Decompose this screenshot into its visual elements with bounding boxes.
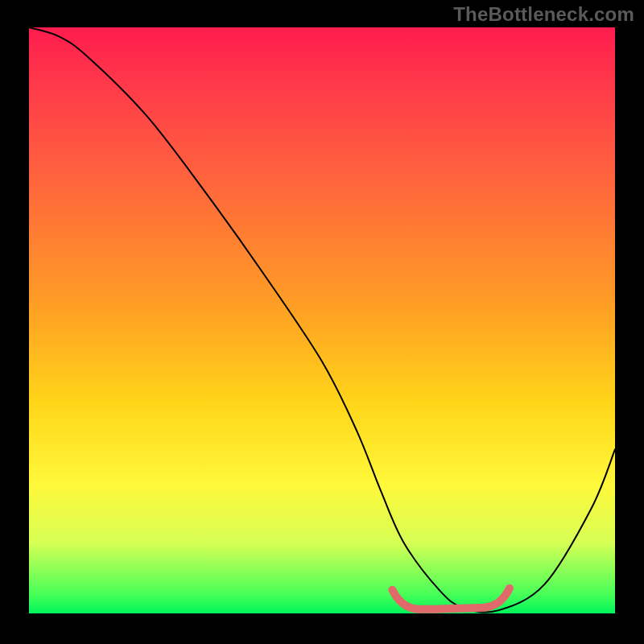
sweet-spot-marker	[392, 588, 510, 609]
chart-root: TheBottleneck.com	[0, 0, 644, 644]
watermark-text: TheBottleneck.com	[453, 3, 634, 26]
plot-svg	[29, 27, 615, 613]
plot-area	[29, 27, 615, 613]
bottleneck-curve	[29, 27, 615, 613]
